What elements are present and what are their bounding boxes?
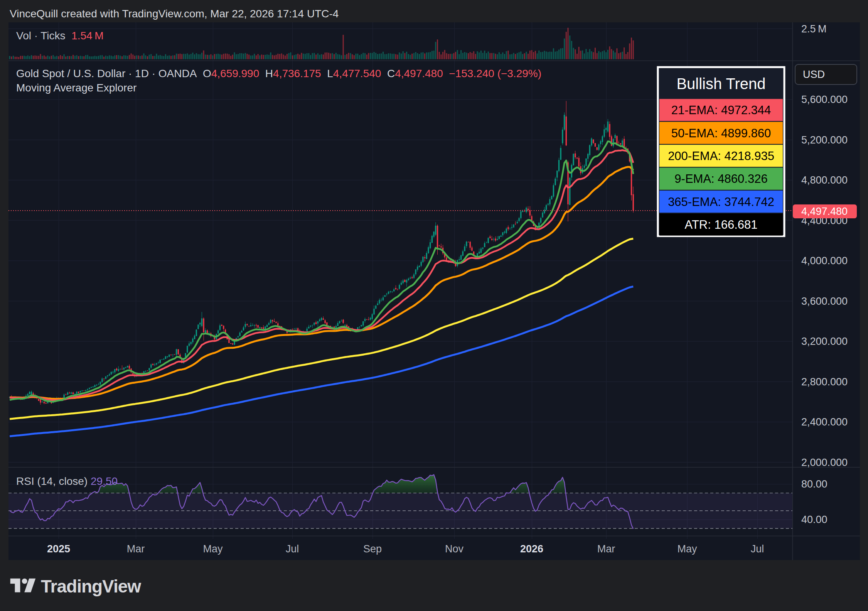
svg-text:80.00: 80.00	[801, 478, 828, 490]
svg-text:50-EMA: 4899.860: 50-EMA: 4899.860	[671, 127, 771, 140]
svg-text:Bullish Trend: Bullish Trend	[676, 75, 765, 92]
svg-text:May: May	[203, 543, 223, 555]
svg-text:2,400.000: 2,400.000	[801, 416, 848, 428]
svg-text:2,800.000: 2,800.000	[801, 376, 848, 388]
svg-text:ATR: 166.681: ATR: 166.681	[685, 218, 758, 231]
svg-text:Mar: Mar	[597, 543, 615, 555]
svg-text:2025: 2025	[47, 543, 70, 555]
svg-text:2026: 2026	[520, 543, 543, 555]
svg-text:5,200.000: 5,200.000	[801, 134, 848, 146]
svg-text:Nov: Nov	[445, 543, 464, 555]
svg-text:40.00: 40.00	[801, 514, 828, 525]
svg-text:4,497.480: 4,497.480	[801, 206, 848, 217]
svg-text:9-EMA: 4860.326: 9-EMA: 4860.326	[674, 172, 767, 186]
svg-text:200-EMA: 4218.935: 200-EMA: 4218.935	[668, 149, 774, 163]
svg-text:RSI (14, close) 29.50: RSI (14, close) 29.50	[16, 475, 118, 487]
svg-text:4,000.000: 4,000.000	[801, 255, 848, 267]
svg-text:Mar: Mar	[127, 543, 145, 555]
svg-text:2.5 M: 2.5 M	[801, 23, 826, 35]
svg-text:Gold Spot / U.S. Dollar · 1D ·: Gold Spot / U.S. Dollar · 1D · OANDA O4,…	[16, 68, 541, 79]
svg-text:21-EMA: 4972.344: 21-EMA: 4972.344	[671, 103, 771, 117]
svg-text:VinceQuill created with Tradin: VinceQuill created with TradingView.com,…	[10, 8, 339, 20]
svg-text:Sep: Sep	[363, 543, 382, 555]
svg-text:Moving Average Explorer: Moving Average Explorer	[16, 82, 137, 94]
svg-text:4,800.000: 4,800.000	[801, 174, 848, 186]
svg-text:5,600.000: 5,600.000	[801, 94, 848, 105]
svg-text:Jul: Jul	[286, 543, 299, 555]
svg-text:USD: USD	[803, 69, 825, 80]
svg-text:TradingView: TradingView	[41, 576, 141, 596]
svg-text:Jul: Jul	[751, 543, 764, 555]
svg-text:3,600.000: 3,600.000	[801, 295, 848, 307]
svg-text:2,000.000: 2,000.000	[801, 457, 848, 468]
svg-text:3,200.000: 3,200.000	[801, 336, 848, 347]
svg-text:May: May	[677, 543, 697, 555]
svg-text:Vol · Ticks 1.54 M: Vol · Ticks 1.54 M	[16, 30, 104, 42]
svg-text:365-EMA: 3744.742: 365-EMA: 3744.742	[668, 195, 774, 209]
